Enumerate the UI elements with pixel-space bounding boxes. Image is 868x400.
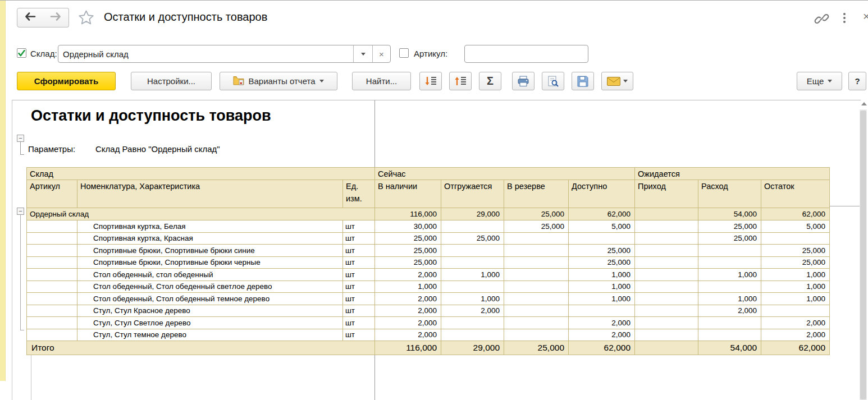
total-value[interactable]: 54,000	[698, 341, 761, 355]
item-name-cell[interactable]: Стол обеденный, стол обеденный	[77, 269, 343, 281]
column-header[interactable]: Приход	[635, 180, 698, 208]
unit-cell[interactable]: шт	[343, 281, 375, 293]
value-cell[interactable]	[504, 256, 569, 269]
article-field[interactable]	[464, 45, 588, 63]
value-cell[interactable]: 2,000	[375, 269, 441, 281]
value-cell[interactable]	[698, 317, 761, 329]
value-cell[interactable]	[504, 293, 569, 305]
close-icon[interactable]: ×	[863, 10, 868, 23]
value-cell[interactable]	[441, 220, 504, 233]
print-preview-button[interactable]	[542, 72, 564, 90]
warehouse-dropdown-button[interactable]	[353, 45, 372, 62]
value-cell[interactable]	[504, 232, 569, 245]
value-cell[interactable]: 1,000	[441, 293, 504, 305]
column-header[interactable]: Расход	[698, 180, 761, 208]
article-cell[interactable]	[27, 281, 77, 293]
value-cell[interactable]: 2,000	[441, 305, 504, 317]
article-cell[interactable]	[27, 293, 77, 305]
total-value[interactable]: 116,000	[375, 341, 441, 355]
value-cell[interactable]: 25,000	[504, 220, 569, 233]
group-row-value[interactable]: 25,000	[504, 208, 569, 220]
value-cell[interactable]	[698, 245, 761, 257]
value-cell[interactable]: 25,000	[375, 256, 441, 269]
generate-button[interactable]: Сформировать	[17, 72, 116, 90]
value-cell[interactable]	[698, 256, 761, 269]
value-cell[interactable]: 2,000	[375, 317, 441, 329]
scroll-up-icon[interactable]	[861, 102, 867, 105]
unit-cell[interactable]: шт	[343, 256, 375, 269]
article-cell[interactable]	[27, 317, 77, 329]
more-button[interactable]: Еще	[797, 72, 842, 90]
warehouse-field-value[interactable]: Ордерный склад	[58, 45, 353, 62]
unit-cell[interactable]: шт	[343, 305, 375, 317]
column-header[interactable]: Номенклатура, Характеристика	[77, 180, 343, 208]
value-cell[interactable]	[761, 232, 830, 245]
value-cell[interactable]: 25,000	[698, 220, 761, 233]
value-cell[interactable]	[635, 232, 698, 245]
more-menu-icon[interactable]	[843, 13, 846, 23]
value-cell[interactable]: 5,000	[761, 220, 830, 233]
favorite-star-icon[interactable]	[77, 9, 95, 29]
value-cell[interactable]	[569, 305, 635, 317]
sort-descending-button[interactable]	[419, 72, 442, 90]
value-cell[interactable]	[635, 281, 698, 293]
group-header[interactable]: Ожидается	[635, 168, 830, 180]
value-cell[interactable]: 2,000	[569, 329, 635, 341]
settings-button[interactable]: Настройки...	[131, 72, 212, 90]
article-checkbox[interactable]	[399, 48, 409, 58]
value-cell[interactable]: 2,000	[761, 329, 830, 341]
value-cell[interactable]: 1,000	[569, 269, 635, 281]
group-row-value[interactable]: 116,000	[375, 208, 441, 220]
get-link-icon[interactable]	[814, 11, 829, 29]
value-cell[interactable]: 2,000	[375, 293, 441, 305]
unit-cell[interactable]: шт	[343, 220, 375, 233]
column-header[interactable]: Ед. изм.	[343, 180, 375, 208]
column-header[interactable]: Доступно	[569, 180, 635, 208]
warehouse-clear-button[interactable]: ×	[372, 45, 390, 62]
value-cell[interactable]	[504, 317, 569, 329]
group-header[interactable]: Сейчас	[375, 168, 635, 180]
value-cell[interactable]	[698, 329, 761, 341]
column-header[interactable]: В наличии	[375, 180, 441, 208]
value-cell[interactable]	[635, 329, 698, 341]
value-cell[interactable]	[441, 317, 504, 329]
send-mail-button[interactable]	[601, 72, 633, 90]
column-header[interactable]: Артикул	[27, 180, 77, 208]
value-cell[interactable]: 1,000	[761, 269, 830, 281]
group-row-name[interactable]: Ордерный склад	[27, 208, 375, 220]
unit-cell[interactable]: шт	[343, 232, 375, 245]
value-cell[interactable]	[635, 256, 698, 269]
total-value[interactable]	[635, 341, 698, 355]
article-cell[interactable]	[27, 245, 77, 257]
unit-cell[interactable]: шт	[343, 329, 375, 341]
article-cell[interactable]	[27, 220, 77, 233]
unit-cell[interactable]: шт	[343, 317, 375, 329]
forward-button[interactable]	[43, 8, 69, 27]
report-variants-button[interactable]: Варианты отчета	[220, 72, 337, 90]
value-cell[interactable]	[504, 305, 569, 317]
value-cell[interactable]: 25,000	[569, 245, 635, 257]
total-value[interactable]: 25,000	[504, 341, 569, 355]
group-row-value[interactable]: 62,000	[569, 208, 635, 220]
warehouse-checkbox[interactable]	[17, 48, 26, 58]
article-field-value[interactable]	[465, 45, 588, 62]
total-value[interactable]: 62,000	[569, 341, 635, 355]
article-cell[interactable]	[27, 256, 77, 269]
article-cell[interactable]	[27, 329, 77, 341]
value-cell[interactable]: 1,000	[698, 293, 761, 305]
value-cell[interactable]: 2,000	[698, 305, 761, 317]
sort-ascending-button[interactable]	[449, 72, 472, 90]
item-name-cell[interactable]: Спортивные брюки, Спортивные брюки синие	[77, 245, 343, 257]
value-cell[interactable]: 25,000	[375, 245, 441, 257]
item-name-cell[interactable]: Спортивная куртка, Белая	[77, 220, 343, 233]
item-name-cell[interactable]: Стул, Стул Светлое дерево	[77, 317, 343, 329]
total-value[interactable]: 62,000	[761, 341, 830, 355]
value-cell[interactable]: 2,000	[375, 329, 441, 341]
total-value[interactable]: 29,000	[441, 341, 504, 355]
value-cell[interactable]: 1,000	[375, 281, 441, 293]
value-cell[interactable]: 1,000	[441, 269, 504, 281]
item-name-cell[interactable]: Спортивные брюки, Спортивные брюки черны…	[77, 256, 343, 269]
value-cell[interactable]: 25,000	[375, 232, 441, 245]
value-cell[interactable]: 1,000	[569, 281, 635, 293]
value-cell[interactable]: 1,000	[569, 293, 635, 305]
